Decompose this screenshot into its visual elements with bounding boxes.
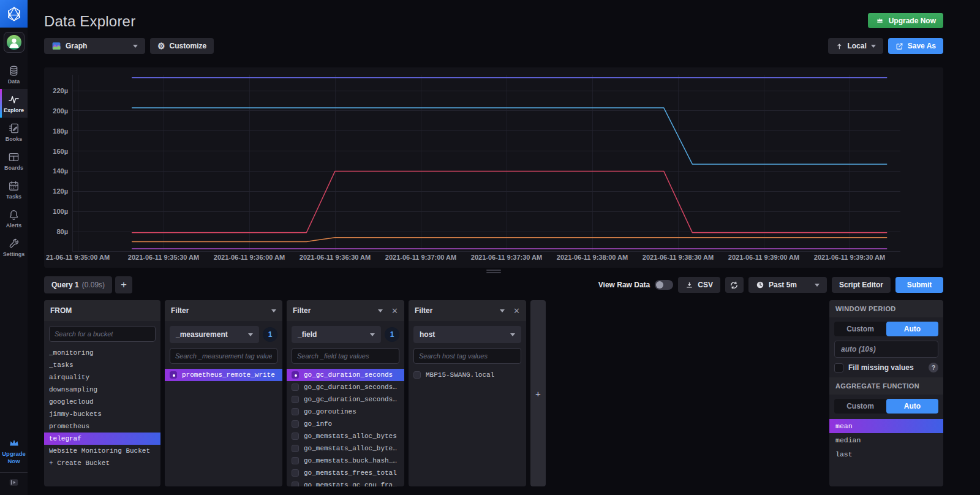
checkbox-checked-icon[interactable] xyxy=(292,371,299,379)
fill-missing-values-checkbox[interactable] xyxy=(834,363,843,372)
visualization-type-dropdown[interactable]: Graph xyxy=(44,38,145,54)
script-editor-button[interactable]: Script Editor xyxy=(832,277,891,293)
bucket-list-item[interactable]: googlecloud xyxy=(44,396,160,408)
aggregate-custom-option[interactable]: Custom xyxy=(834,399,886,414)
checkbox-icon[interactable] xyxy=(292,408,299,415)
window-auto-option[interactable]: Auto xyxy=(886,322,938,336)
time-range-dropdown[interactable]: Past 5m xyxy=(748,277,827,293)
sidebar-item-explore[interactable]: Explore xyxy=(0,89,28,118)
close-icon[interactable]: ✕ xyxy=(391,306,398,316)
svg-text:2021-06-11 9:36:00 AM: 2021-06-11 9:36:00 AM xyxy=(214,254,285,261)
chevron-down-icon[interactable] xyxy=(378,309,383,312)
aggregate-function-list: meanmedianlast xyxy=(829,418,943,463)
tag-value-item[interactable]: go_memstats_frees_total xyxy=(287,467,404,479)
aggregate-function-item[interactable]: median xyxy=(829,433,943,447)
bucket-list-item[interactable]: _tasks xyxy=(44,359,160,371)
sidebar-item-settings[interactable]: Settings xyxy=(0,233,28,262)
chevron-down-icon[interactable] xyxy=(271,309,276,312)
bucket-list-item[interactable]: jimmy-buckets xyxy=(44,408,160,420)
clock-icon xyxy=(756,281,764,289)
add-query-button[interactable]: + xyxy=(115,276,132,293)
checkbox-icon[interactable] xyxy=(292,457,299,464)
time-series-chart[interactable]: 21-06-11 9:35:00 AM2021-06-11 9:35:30 AM… xyxy=(44,67,943,268)
sidebar-item-alerts[interactable]: Alerts xyxy=(0,204,28,233)
graph-line-icon xyxy=(8,94,20,105)
checkbox-checked-icon[interactable] xyxy=(170,371,177,379)
filter-panel-header: Filter xyxy=(165,300,282,321)
tag-value-item[interactable]: prometheus_remote_write xyxy=(165,369,282,381)
checkbox-icon[interactable] xyxy=(292,433,299,440)
tag-key-dropdown[interactable]: _field xyxy=(292,326,381,343)
tag-value-item[interactable]: go_memstats_buck_hash_sys… xyxy=(287,455,404,467)
tag-value-search-input[interactable] xyxy=(413,348,521,364)
help-icon[interactable]: ? xyxy=(929,363,938,372)
tag-key-label: _measurement xyxy=(176,330,228,339)
close-icon[interactable]: ✕ xyxy=(513,306,520,316)
save-as-button[interactable]: Save As xyxy=(888,38,943,54)
tag-value-item[interactable]: go_gc_duration_seconds xyxy=(287,369,404,381)
refresh-button[interactable] xyxy=(725,277,744,293)
submit-button[interactable]: Submit xyxy=(895,277,943,293)
sidebar-upgrade-label: Upgrade Now xyxy=(0,450,28,465)
timezone-label: Local xyxy=(847,42,866,50)
tag-key-row: _measurement1 xyxy=(165,321,282,343)
filter-title: Filter xyxy=(415,306,432,315)
tag-value-search-input[interactable] xyxy=(170,348,277,364)
svg-text:2021-06-11 9:37:00 AM: 2021-06-11 9:37:00 AM xyxy=(385,254,456,261)
checkbox-icon[interactable] xyxy=(413,371,421,379)
bucket-list-item[interactable]: downsampling xyxy=(44,384,160,396)
sidebar-expand-button[interactable] xyxy=(9,473,19,495)
checkbox-icon[interactable] xyxy=(292,420,299,428)
upgrade-now-button[interactable]: Upgrade Now xyxy=(868,13,943,28)
sidebar-item-tasks[interactable]: Tasks xyxy=(0,175,28,204)
tag-value-item[interactable]: go_memstats_alloc_bytes xyxy=(287,430,404,442)
chevron-down-icon[interactable] xyxy=(500,309,505,312)
checkbox-icon[interactable] xyxy=(292,396,299,403)
csv-download-button[interactable]: CSV xyxy=(678,277,720,293)
query-tab[interactable]: Query 1 (0.09s) xyxy=(44,276,112,293)
tag-value-item[interactable]: MBP15-SWANG.local xyxy=(409,369,526,381)
aggregate-function-item[interactable]: last xyxy=(829,447,943,461)
checkbox-icon[interactable] xyxy=(292,384,299,391)
bucket-list-item[interactable]: airquality xyxy=(44,371,160,384)
tag-value-item[interactable]: go_gc_duration_seconds_co… xyxy=(287,381,404,393)
bucket-list-item[interactable]: Website Monitoring Bucket xyxy=(44,445,160,457)
customize-button[interactable]: ⚙ Customize xyxy=(150,38,214,54)
aggregate-function-header: AGGREGATE FUNCTION xyxy=(829,377,943,395)
bucket-search-input[interactable] xyxy=(49,326,156,342)
influxdb-logo[interactable] xyxy=(0,0,28,28)
tag-key-dropdown[interactable]: host xyxy=(413,326,521,343)
sidebar-upgrade-button[interactable]: Upgrade Now xyxy=(0,438,28,472)
timezone-dropdown[interactable]: Local xyxy=(828,38,883,54)
tag-value-item[interactable]: go_info xyxy=(287,418,404,430)
resize-drag-handle[interactable] xyxy=(44,270,943,273)
checkbox-icon[interactable] xyxy=(292,469,299,477)
svg-text:2021-06-11 9:39:30 AM: 2021-06-11 9:39:30 AM xyxy=(814,254,885,261)
bucket-list-item[interactable]: prometheus xyxy=(44,420,160,433)
tag-value-item[interactable]: go_memstats_gc_cpu_fracti… xyxy=(287,479,404,486)
bucket-list-item[interactable]: _monitoring xyxy=(44,347,160,359)
checkbox-icon[interactable] xyxy=(292,445,299,452)
tag-value-item[interactable]: go_gc_duration_seconds_sum xyxy=(287,393,404,406)
view-raw-data-toggle[interactable] xyxy=(655,280,673,290)
chevron-down-icon xyxy=(248,333,253,336)
bucket-list-item[interactable]: + Create Bucket xyxy=(44,457,160,469)
spacer xyxy=(550,300,825,486)
tag-value-search-input[interactable] xyxy=(292,348,399,364)
svg-text:180µ: 180µ xyxy=(53,127,68,135)
add-filter-button[interactable]: + xyxy=(530,300,546,486)
bucket-list-item[interactable]: telegraf xyxy=(44,433,160,445)
sidebar: DataExploreBooksBoardsTasksAlertsSetting… xyxy=(0,0,28,495)
sidebar-item-books[interactable]: Books xyxy=(0,118,28,146)
window-custom-option[interactable]: Custom xyxy=(834,322,886,336)
filter-panel-_measurement: Filter_measurement1prometheus_remote_wri… xyxy=(165,300,282,486)
tag-key-dropdown[interactable]: _measurement xyxy=(170,326,259,343)
tag-value-item[interactable]: go_memstats_alloc_bytes_t… xyxy=(287,442,404,455)
sidebar-item-data[interactable]: Data xyxy=(0,60,28,89)
checkbox-icon[interactable] xyxy=(292,482,299,486)
aggregate-auto-option[interactable]: Auto xyxy=(886,399,938,414)
sidebar-item-boards[interactable]: Boards xyxy=(0,146,28,175)
user-avatar[interactable] xyxy=(4,32,24,53)
aggregate-function-item[interactable]: mean xyxy=(829,419,943,433)
tag-value-item[interactable]: go_goroutines xyxy=(287,406,404,418)
